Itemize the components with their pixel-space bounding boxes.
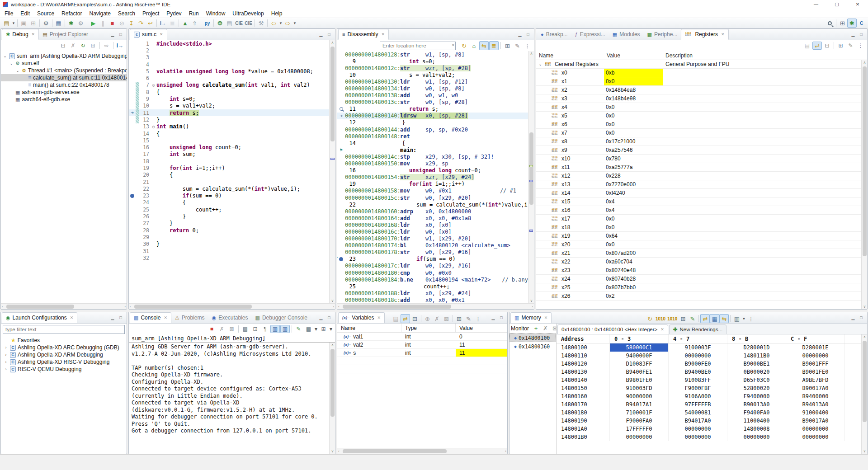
remove-all-button[interactable]: ⊠	[442, 314, 451, 323]
instruction-stepping-button[interactable]: i→	[158, 19, 168, 28]
memory-cell[interactable]: 0B000020	[727, 368, 786, 376]
forward-dropdown-button[interactable]: ▾	[292, 19, 297, 28]
editor-line[interactable]: 19 for(int i=1;;i++)	[129, 164, 329, 171]
register-row[interactable]: 10100101x40x0	[536, 103, 861, 112]
memory-cell[interactable]: B9000BE1	[727, 360, 786, 368]
register-value[interactable]: 0x0	[604, 240, 663, 249]
tab-project-explorer[interactable]: ▤Project Explorer	[39, 29, 92, 40]
new-memory-view-button[interactable]: ⊞	[678, 314, 688, 323]
disassembly-row[interactable]: 0000000014800144:addsp, sp, #0x20	[337, 126, 528, 133]
add-monitor-button[interactable]: +	[531, 324, 541, 333]
refresh-button[interactable]: ↻	[645, 314, 655, 323]
register-row[interactable]: 10100101x250x807b7bb0	[536, 283, 861, 292]
tab-periphe-[interactable]: ▩Periphe...	[644, 29, 681, 40]
line-number[interactable]: 20	[139, 172, 151, 178]
remove-launch-button[interactable]: ✗	[217, 325, 226, 333]
maximize-panel-button[interactable]: □	[497, 315, 505, 320]
debug-tree-item[interactable]: ≡main() at sum.c:22 0x14800178	[1, 81, 127, 89]
radix-dec-button[interactable]: 1010	[666, 314, 678, 323]
menu-window[interactable]: Window	[203, 10, 229, 17]
disassembly-row[interactable]: ⚑main:	[337, 146, 528, 153]
pin-view-button[interactable]: ✎	[513, 41, 522, 50]
step-into-button[interactable]: ↧	[127, 19, 136, 28]
debug-button[interactable]: ✱	[66, 19, 76, 28]
variable-row[interactable]: (x)=val2int11	[337, 341, 507, 349]
line-number[interactable]: 12	[139, 117, 151, 123]
register-row[interactable]: 10100101x210x807ad200	[536, 249, 861, 258]
refresh-view-button[interactable]: ↻	[459, 41, 469, 50]
maximize-panel-button[interactable]: □	[117, 315, 125, 320]
tab-launch-configurations[interactable]: ◉Launch Configurations✕	[2, 312, 77, 323]
memory-vertical-scrollbar[interactable]: ∧ ∨	[861, 334, 867, 454]
memory-cell[interactable]: B9001FE0	[786, 368, 845, 376]
memory-cell[interactable]: B9400FE1	[610, 368, 669, 376]
editor-line[interactable]: 31	[129, 248, 329, 254]
disassembly-row[interactable]: 0000000014800178:strw0, [x29, #16]	[337, 249, 528, 256]
debug-tree-item[interactable]: ⌄⚙sum.elf	[1, 60, 127, 67]
open-dropdown-button[interactable]: ▾	[329, 325, 333, 333]
register-value[interactable]: 0x0	[604, 223, 663, 231]
line-number[interactable]: 8	[139, 89, 151, 95]
line-number[interactable]: 26	[139, 213, 151, 220]
register-row[interactable]: 10100101x130x7270e000	[536, 180, 861, 189]
editor-line[interactable]: 17 int sum;	[129, 151, 329, 158]
line-number[interactable]: 23	[139, 193, 151, 199]
memory-cell[interactable]: 580000C1	[610, 343, 669, 352]
fold-icon[interactable]: ⊖	[151, 124, 156, 129]
switch-endian-button[interactable]: ⇆	[719, 314, 729, 323]
close-icon[interactable]: ✕	[164, 315, 167, 320]
memory-cell[interactable]: 17FFFFF0	[610, 425, 669, 433]
line-number[interactable]: 11	[139, 110, 151, 116]
register-value[interactable]: 0x7270e000	[604, 180, 663, 188]
favorites-item[interactable]: ★Favorites	[1, 337, 127, 344]
memory-cell[interactable]: 9400000F	[610, 352, 669, 360]
chevron-right-icon[interactable]: ›	[4, 367, 8, 371]
disassembly-row[interactable]: 000000001480018c:addx0, x0, #0x1	[337, 296, 528, 303]
breakpoint-marker[interactable]: ✓	[129, 193, 136, 199]
chevron-down-icon[interactable]: ⌄	[9, 61, 14, 66]
memory-cell[interactable]: 11000400	[727, 417, 786, 425]
editor-line[interactable]: 4	[129, 61, 329, 68]
resume-button[interactable]: ▶	[89, 19, 98, 28]
disassembly-row[interactable]: 000000001480012c:strwzr, [sp, #28]	[337, 65, 528, 71]
tab-memory[interactable]: ▥Memory✕	[510, 312, 552, 323]
editor-line[interactable]: 15	[129, 137, 329, 144]
new-view-button[interactable]: ⊞	[503, 41, 512, 50]
menu-edit[interactable]: Edit	[17, 10, 33, 17]
terminate-button[interactable]: ■	[207, 325, 217, 333]
launch-config-item[interactable]: ›CRISC-V QEMU Debugging	[1, 366, 127, 373]
overview-marker[interactable]	[330, 158, 335, 160]
column-header[interactable]: 4 - 7	[669, 334, 727, 343]
register-value[interactable]: 0x0	[604, 103, 663, 111]
register-row[interactable]: 10100101x240x80740b28	[536, 275, 861, 283]
menu-help[interactable]: Help	[268, 10, 286, 17]
menu-pydev[interactable]: Pydev	[163, 10, 185, 17]
editor-line[interactable]: 29	[129, 234, 329, 240]
register-value[interactable]: 0x807b7bb0	[604, 283, 663, 291]
debug-tree-item[interactable]: ▦aarch64-elf-gdb.exe	[1, 96, 127, 103]
tab-disassembly[interactable]: ≡Disassembly✕	[338, 29, 389, 40]
overview-marker[interactable]	[529, 165, 533, 167]
register-value[interactable]: 0x0	[604, 77, 663, 85]
menu-search[interactable]: Search	[114, 10, 139, 17]
register-value[interactable]: 0xb	[604, 69, 663, 77]
disconnect-button[interactable]: ⊘	[117, 19, 127, 28]
track-pc-button[interactable]: ⇆	[479, 41, 489, 50]
register-row[interactable]: 10100101x230x80740e48	[536, 266, 861, 275]
launch-config-item[interactable]: ›CAshling Opella-XD RISC-V Debugging	[1, 358, 127, 366]
line-number[interactable]: 10	[139, 103, 151, 109]
chevron-right-icon[interactable]: ›	[4, 345, 8, 350]
minimize-panel-button[interactable]: ▁	[317, 32, 325, 37]
column-header[interactable]: 8 - B	[727, 334, 786, 343]
variable-value[interactable]: 0	[456, 333, 507, 340]
editor-line[interactable]: 7⊖unsigned long calculate_sum(int val1, …	[129, 82, 329, 89]
line-number[interactable]: 14	[139, 131, 151, 137]
chevron-down-icon[interactable]: ⌄	[538, 62, 542, 66]
editor-line[interactable]: 9 int s=0;	[129, 95, 329, 102]
variable-value[interactable]: 11	[456, 349, 507, 357]
disassembly-row[interactable]: 11return s;	[337, 106, 528, 113]
line-number[interactable]: 7	[139, 82, 151, 88]
disassembly-row[interactable]: 12}	[337, 119, 528, 126]
register-row[interactable]: 10100101x190x64	[536, 232, 861, 240]
disassembly-row[interactable]: 0000000014800138:addw0, w1, w0	[337, 92, 528, 99]
